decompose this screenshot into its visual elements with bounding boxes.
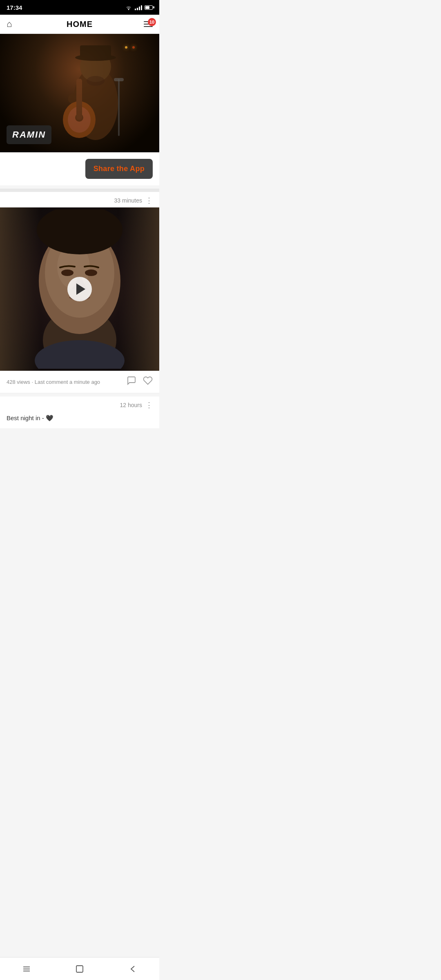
post-stats-2: 428 views · Last comment a minute ago — [7, 379, 100, 385]
svg-rect-9 — [118, 79, 120, 136]
artist-logo: RAMIN — [7, 125, 51, 144]
post-footer-2: 428 views · Last comment a minute ago — [0, 371, 159, 393]
menu-line-3 — [144, 26, 153, 27]
first-post: RAMIN Share the App — [0, 34, 159, 185]
post-meta-3: 12 hours ⋮ — [0, 396, 159, 412]
last-comment-text: Last comment a minute ago — [35, 379, 100, 385]
page-title: HOME — [67, 20, 93, 29]
notification-badge[interactable]: 10 — [148, 18, 156, 26]
signal-icon — [135, 4, 142, 10]
status-time: 17:34 — [7, 4, 22, 11]
last-comment: · — [31, 379, 34, 385]
play-triangle — [76, 283, 85, 295]
view-count: 428 views — [7, 379, 30, 385]
post-time-2: 33 minutes — [114, 197, 142, 204]
status-bar: 17:34 — [0, 0, 159, 15]
wifi-icon — [125, 4, 132, 10]
second-post: 33 minutes ⋮ — [0, 192, 159, 393]
artist-name: RAMIN — [12, 129, 46, 140]
hero-image: RAMIN — [0, 34, 159, 152]
section-divider — [0, 189, 159, 192]
status-icons — [125, 4, 153, 10]
share-app-button[interactable]: Share the App — [85, 159, 153, 179]
like-icon[interactable] — [143, 376, 153, 388]
battery-icon — [145, 5, 153, 10]
comment-icon[interactable] — [127, 376, 136, 388]
home-icon[interactable]: ⌂ — [7, 19, 12, 29]
play-button[interactable] — [67, 277, 92, 301]
more-options-icon-2[interactable]: ⋮ — [145, 196, 153, 205]
more-options-icon-3[interactable]: ⋮ — [145, 401, 153, 410]
svg-point-17 — [85, 270, 97, 276]
svg-rect-3 — [80, 45, 111, 58]
post-time-3: 12 hours — [120, 402, 142, 408]
post-meta-2: 33 minutes ⋮ — [0, 192, 159, 207]
header: ⌂ HOME 10 — [0, 15, 159, 34]
post-actions-2 — [127, 376, 153, 388]
svg-rect-8 — [76, 79, 82, 120]
share-section: Share the App — [0, 152, 159, 185]
svg-point-16 — [61, 270, 74, 276]
svg-rect-10 — [114, 78, 124, 81]
header-right: 10 — [144, 21, 153, 27]
performer-silhouette — [42, 38, 149, 152]
video-player[interactable] — [0, 207, 159, 371]
svg-point-11 — [87, 76, 105, 86]
post-preview-text: Best night in - 🖤 — [0, 412, 159, 428]
third-post: 12 hours ⋮ Best night in - 🖤 — [0, 396, 159, 428]
